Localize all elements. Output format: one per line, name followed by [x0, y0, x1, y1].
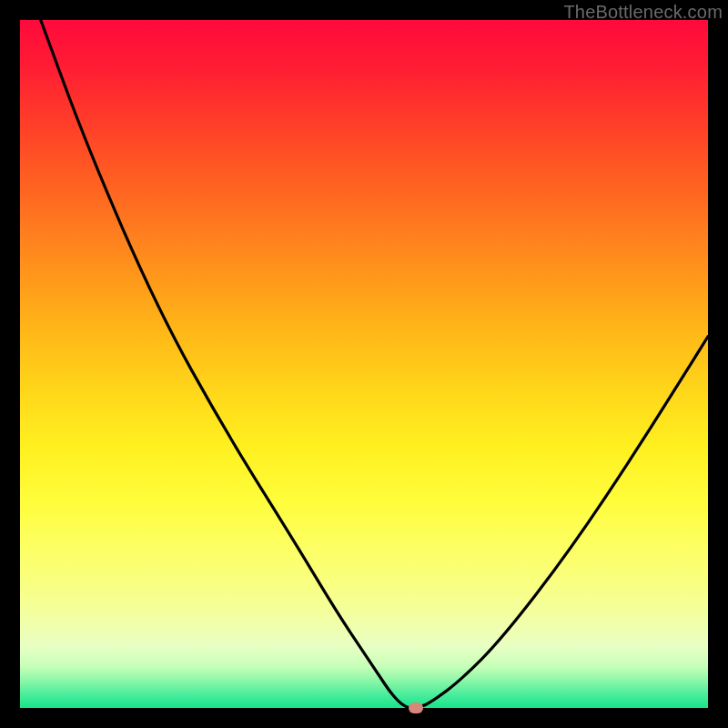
optimal-point-marker [409, 703, 423, 713]
plot-area [20, 20, 708, 708]
bottleneck-curve [20, 20, 708, 708]
chart-frame: TheBottleneck.com [0, 0, 728, 728]
source-credit: TheBottleneck.com [563, 2, 723, 23]
